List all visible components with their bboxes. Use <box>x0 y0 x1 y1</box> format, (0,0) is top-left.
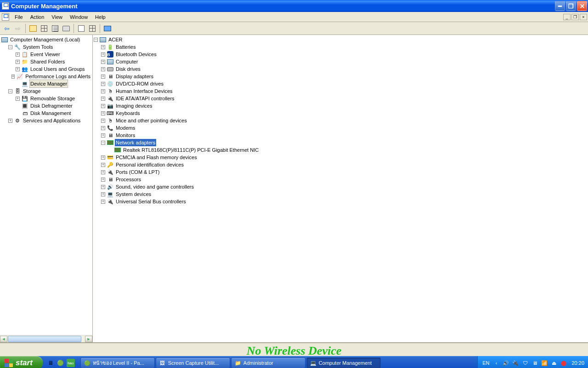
expand-button[interactable]: + <box>101 75 105 79</box>
expand-button[interactable]: + <box>101 155 105 160</box>
tree-item[interactable]: Batteries <box>115 43 136 51</box>
tray-av-icon[interactable]: ⬤ <box>560 359 567 367</box>
tree-item[interactable]: PCMCIA and Flash memory devices <box>115 154 198 161</box>
expand-button[interactable]: + <box>101 60 105 64</box>
tray-expand-icon[interactable]: ‹ <box>492 359 500 367</box>
horizontal-scrollbar[interactable]: ◄ ► <box>0 335 92 342</box>
tree-services[interactable]: Services and Applications <box>22 117 81 124</box>
start-button[interactable]: start <box>0 356 43 368</box>
close-button[interactable]: ✕ <box>577 1 587 11</box>
menu-window[interactable]: Window <box>66 13 91 21</box>
tray-eject-icon[interactable]: ⏏ <box>550 359 558 367</box>
tree-item[interactable]: Keyboards <box>115 109 141 117</box>
language-indicator[interactable]: EN <box>481 360 490 366</box>
tree-shared-folders[interactable]: Shared Folders <box>29 58 66 65</box>
expand-button[interactable]: + <box>16 60 20 64</box>
taskbar-button-screencap[interactable]: 🖼Screen Capture Utilit... <box>156 357 230 368</box>
tree-disk-defrag[interactable]: Disk Defragmenter <box>29 102 74 109</box>
tree-item[interactable]: Modems <box>115 124 136 132</box>
expand-button[interactable]: + <box>101 89 105 93</box>
tree-item[interactable]: Computer <box>115 58 139 65</box>
expand-button[interactable]: + <box>101 200 105 204</box>
expand-button[interactable]: − <box>101 141 105 145</box>
expand-button[interactable]: + <box>16 52 20 57</box>
tray-network-icon[interactable]: 🔌 <box>512 359 519 367</box>
tree-item[interactable]: Imaging devices <box>115 102 153 109</box>
expand-button[interactable]: + <box>101 111 105 115</box>
clock[interactable]: 20:20 <box>570 360 584 366</box>
scroll-left-button[interactable]: ◄ <box>0 336 7 342</box>
tree-item[interactable]: Personal identification devices <box>115 161 185 168</box>
tray-volume-icon[interactable]: 🔊 <box>502 359 509 367</box>
tray-shield-icon[interactable]: 🛡 <box>521 359 529 367</box>
tree-item[interactable]: IDE ATA/ATAPI controllers <box>115 95 175 102</box>
tree-item[interactable]: Processors <box>115 176 142 183</box>
expand-button[interactable]: + <box>101 192 105 196</box>
tree-removable-storage[interactable]: Removable Storage <box>29 95 76 102</box>
expand-button[interactable]: + <box>101 133 105 138</box>
scroll-right-button[interactable]: ► <box>85 336 92 342</box>
expand-button[interactable]: + <box>101 104 105 108</box>
tree-event-viewer[interactable]: Event Viewer <box>29 51 61 58</box>
expand-button[interactable]: + <box>11 75 15 79</box>
tree-item[interactable]: Universal Serial Bus controllers <box>115 198 187 205</box>
expand-button[interactable]: + <box>101 178 105 182</box>
expand-button[interactable]: + <box>101 82 105 86</box>
menu-file[interactable]: File <box>11 13 27 21</box>
back-button[interactable]: ⇦ <box>2 23 12 34</box>
tree-item[interactable]: Ports (COM & LPT) <box>115 168 160 176</box>
expand-button[interactable]: − <box>94 38 98 42</box>
ql-chrome-icon[interactable]: 🟢 <box>57 359 65 367</box>
tree-root[interactable]: Computer Management (Local) <box>9 36 81 43</box>
taskbar-button-chrome[interactable]: 🟢หน้าของ Level II - Pa... <box>80 357 155 368</box>
expand-button[interactable]: − <box>8 45 12 49</box>
expand-button[interactable]: + <box>101 170 105 174</box>
export-button[interactable] <box>76 23 86 34</box>
tree-item[interactable]: Realtek RTL8168C(P)/8111C(P) PCI-E Gigab… <box>122 146 260 154</box>
mdi-minimize-button[interactable]: _ <box>563 14 571 20</box>
expand-button[interactable]: + <box>101 52 105 57</box>
tree-device-manager[interactable]: Device Manager <box>29 80 68 88</box>
show-hide-button[interactable] <box>50 23 60 34</box>
expand-button[interactable]: + <box>101 67 105 71</box>
expand-button[interactable]: + <box>101 163 105 167</box>
right-tree-pane[interactable]: −ACER+🔋Batteries+BBluetooth Devices+Comp… <box>93 35 588 342</box>
tree-item[interactable]: Monitors <box>115 132 136 139</box>
left-tree-pane[interactable]: Computer Management (Local) −🔧System Too… <box>0 35 93 342</box>
help-button[interactable] <box>102 23 113 34</box>
tree-item[interactable]: Network adapters <box>115 139 156 146</box>
expand-button[interactable]: + <box>16 97 20 101</box>
expand-button[interactable]: + <box>101 126 105 130</box>
tree-perf-logs[interactable]: Performance Logs and Alerts <box>24 73 91 80</box>
expand-button[interactable]: + <box>101 119 105 123</box>
up-button[interactable] <box>28 23 38 34</box>
menu-view[interactable]: View <box>48 13 66 21</box>
properties-button[interactable] <box>39 23 49 34</box>
scroll-thumb[interactable] <box>8 336 81 342</box>
minimize-button[interactable]: ━ <box>555 1 565 11</box>
tree-system-tools[interactable]: System Tools <box>22 43 54 51</box>
expand-button[interactable]: + <box>101 97 105 101</box>
expand-button[interactable]: − <box>8 89 12 93</box>
mdi-restore-button[interactable]: ❐ <box>571 14 579 20</box>
taskbar-button-compmgmt[interactable]: 💻Computer Management <box>306 357 381 368</box>
tree-item[interactable]: ACER <box>107 36 124 43</box>
ql-hao-icon[interactable]: hao <box>67 359 75 367</box>
refresh-button[interactable] <box>87 23 97 34</box>
tree-item[interactable]: System devices <box>115 190 152 198</box>
tree-item[interactable]: DVD/CD-ROM drives <box>115 80 164 87</box>
expand-button[interactable]: + <box>16 67 20 71</box>
tray-battery-icon[interactable]: 📶 <box>541 359 548 367</box>
mdi-system-icon[interactable] <box>2 13 9 21</box>
tree-item[interactable]: Display adapters <box>115 73 154 80</box>
print-button[interactable] <box>61 23 71 34</box>
mdi-close-button[interactable]: × <box>580 14 587 20</box>
menu-help[interactable]: Help <box>91 13 109 21</box>
tree-disk-mgmt[interactable]: Disk Management <box>29 109 72 117</box>
tree-item[interactable]: Mice and other pointing devices <box>115 117 188 124</box>
tree-item[interactable]: Bluetooth Devices <box>115 51 158 58</box>
ql-desktop-icon[interactable]: 🖥 <box>46 359 55 367</box>
expand-button[interactable]: + <box>101 45 105 49</box>
tray-display-icon[interactable]: 🖥 <box>531 359 538 367</box>
menu-action[interactable]: Action <box>27 13 48 21</box>
